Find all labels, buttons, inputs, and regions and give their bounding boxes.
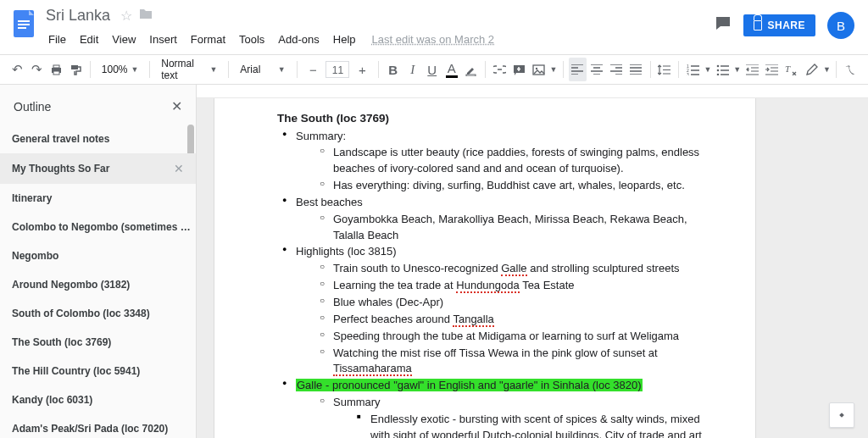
share-label: SHARE: [767, 19, 805, 31]
outline-title: Outline: [14, 100, 51, 114]
editing-mode-more[interactable]: ▼: [823, 58, 832, 81]
menu-file[interactable]: File: [42, 30, 72, 49]
text: Learning the tea trade at Hundungoda Tea…: [314, 278, 703, 294]
outline-item[interactable]: The South (loc 3769): [0, 328, 196, 357]
text: Summary: [333, 396, 381, 408]
svg-rect-7: [71, 65, 78, 69]
explore-button[interactable]: [829, 402, 854, 428]
text: Blue whales (Dec-Apr): [314, 295, 703, 311]
ruler[interactable]: [197, 85, 868, 98]
align-right-icon[interactable]: [608, 58, 626, 81]
svg-rect-2: [18, 24, 30, 25]
outline-item[interactable]: Negombo: [0, 241, 196, 270]
svg-point-15: [717, 64, 720, 67]
font-size-control[interactable]: − 11 +: [302, 58, 373, 81]
outline-item[interactable]: Kandy (loc 6031): [0, 385, 196, 414]
menu-help[interactable]: Help: [327, 30, 362, 49]
outline-item[interactable]: Around Negombo (3182): [0, 270, 196, 299]
italic-icon[interactable]: I: [403, 58, 421, 81]
font-size-value[interactable]: 11: [326, 61, 349, 78]
highlighted-text: Galle - pronounced "gawl" in English and…: [296, 379, 643, 391]
insert-image-icon[interactable]: [530, 58, 548, 81]
undo-icon[interactable]: ↶: [8, 58, 26, 81]
menu-addons[interactable]: Add-ons: [272, 30, 325, 49]
bulleted-list-icon[interactable]: [714, 58, 732, 81]
font-inc-icon[interactable]: +: [351, 58, 373, 81]
zoom-select[interactable]: 100%▼: [96, 59, 145, 80]
text: Landscape is utter beauty (rice paddies,…: [314, 145, 703, 177]
line-spacing-icon[interactable]: [655, 58, 673, 81]
text: Watching the mist rise off Tissa Wewa in…: [314, 346, 703, 378]
header-bar: Sri Lanka ☆ File Edit View Insert Format…: [0, 0, 868, 54]
text: Train south to Unesco-recognized Galle a…: [314, 261, 703, 277]
doc-title[interactable]: Sri Lanka: [42, 5, 114, 26]
outline-list: General travel notes My Thoughts So Far✕…: [0, 125, 196, 438]
close-outline-icon[interactable]: ✕: [171, 98, 182, 114]
menu-view[interactable]: View: [106, 30, 142, 49]
bold-icon[interactable]: B: [384, 58, 402, 81]
last-edit-stamp[interactable]: Last edit was on March 2: [372, 33, 495, 46]
editing-mode-icon[interactable]: [804, 58, 821, 81]
highlight-icon[interactable]: [462, 58, 480, 81]
font-dec-icon[interactable]: −: [302, 58, 324, 81]
text: Highlights (loc 3815): [296, 245, 397, 258]
text: Perfect beaches around Tangalla: [314, 312, 703, 328]
menu-tools[interactable]: Tools: [233, 30, 270, 49]
remove-outline-icon[interactable]: ✕: [174, 162, 184, 175]
text: Best beaches: [296, 196, 363, 208]
redo-icon[interactable]: ↷: [28, 58, 46, 81]
comments-icon[interactable]: [715, 15, 732, 36]
numbered-list-more[interactable]: ▼: [704, 58, 712, 81]
text: Summary:: [296, 130, 346, 142]
svg-rect-8: [466, 75, 476, 76]
svg-text:T: T: [785, 64, 791, 74]
menu-edit[interactable]: Edit: [74, 30, 104, 49]
text: Goyambokka Beach, Marakolliya Beach, Mir…: [314, 212, 703, 244]
document-canvas[interactable]: The South (loc 3769) Summary: Landscape …: [197, 85, 868, 438]
avatar[interactable]: B: [827, 12, 854, 39]
outline-item[interactable]: South of Colombo (loc 3348): [0, 299, 196, 328]
underline-icon[interactable]: U: [423, 58, 441, 81]
svg-text:3: 3: [687, 72, 689, 75]
style-select[interactable]: Normal text▼: [155, 59, 223, 80]
print-icon[interactable]: [47, 58, 65, 81]
align-center-icon[interactable]: [588, 58, 606, 81]
folder-icon[interactable]: [139, 8, 153, 23]
page[interactable]: The South (loc 3769) Summary: Landscape …: [214, 98, 756, 438]
outline-item[interactable]: The Hill Country (loc 5941): [0, 357, 196, 385]
paint-format-icon[interactable]: [67, 58, 85, 81]
svg-rect-19: [839, 413, 844, 418]
align-justify-icon[interactable]: [627, 58, 645, 81]
outline-item[interactable]: Colombo to Negombo (sometimes …: [0, 213, 196, 241]
menu-insert[interactable]: Insert: [143, 30, 183, 49]
text: Endlessly exotic - bursting with scent o…: [352, 412, 703, 438]
text-color-icon[interactable]: A: [442, 58, 460, 81]
outline-item[interactable]: Adam's Peak/Sri Pada (loc 7020): [0, 414, 196, 438]
image-more[interactable]: ▼: [549, 58, 558, 81]
bulleted-list-more[interactable]: ▼: [733, 58, 742, 81]
collapse-toolbar-icon[interactable]: ㄟ: [842, 58, 860, 81]
indent-icon[interactable]: [763, 58, 781, 81]
insert-link-icon[interactable]: [491, 58, 509, 81]
svg-point-11: [536, 67, 537, 69]
outdent-icon[interactable]: [743, 58, 761, 81]
outline-item[interactable]: Itinerary: [0, 184, 196, 213]
lock-icon: [754, 20, 762, 30]
share-button[interactable]: SHARE: [743, 14, 815, 36]
font-select[interactable]: Arial▼: [234, 59, 291, 80]
numbered-list-icon[interactable]: 123: [684, 58, 702, 81]
add-comment-icon[interactable]: [510, 58, 528, 81]
docs-logo[interactable]: [7, 7, 41, 41]
star-icon[interactable]: ☆: [120, 8, 132, 24]
align-left-icon[interactable]: [569, 58, 587, 81]
menu-format[interactable]: Format: [185, 30, 231, 49]
clear-format-icon[interactable]: T: [782, 58, 800, 81]
svg-point-17: [717, 73, 720, 75]
toolbar: ↶ ↷ 100%▼ Normal text▼ Arial▼ − 11 + B I…: [0, 54, 868, 85]
outline-panel: Outline ✕ General travel notes My Though…: [0, 85, 197, 438]
svg-rect-6: [53, 71, 59, 75]
svg-rect-1: [18, 20, 30, 22]
text: Has everything: diving, surfing, Buddhis…: [314, 178, 703, 194]
outline-item[interactable]: General travel notes: [0, 125, 196, 153]
outline-item[interactable]: My Thoughts So Far✕: [0, 153, 196, 184]
